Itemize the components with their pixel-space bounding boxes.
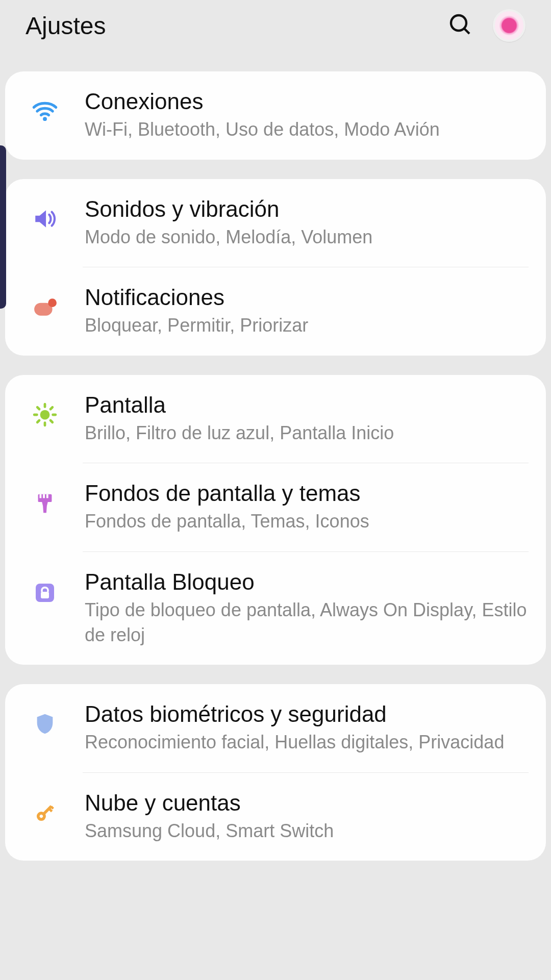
settings-card: Pantalla Brillo, Filtro de luz azul, Pan…	[5, 375, 546, 665]
settings-item-title: Pantalla	[85, 392, 531, 418]
settings-item-title: Notificaciones	[85, 285, 531, 310]
svg-line-11	[51, 420, 53, 422]
settings-card: Sonidos y vibración Modo de sonido, Melo…	[5, 179, 546, 356]
settings-item-title: Conexiones	[85, 89, 531, 114]
notification-badge-icon	[31, 293, 59, 321]
svg-line-12	[37, 420, 39, 422]
settings-item-title: Sonidos y vibración	[85, 196, 531, 222]
settings-item-lockscreen[interactable]: Pantalla Bloqueo Tipo de bloqueo de pant…	[5, 552, 546, 665]
settings-content: Conexiones Wi-Fi, Bluetooth, Uso de dato…	[0, 51, 551, 861]
header-actions	[448, 9, 525, 42]
svg-line-10	[37, 407, 39, 409]
settings-item-subtitle: Reconocimiento facial, Huellas digitales…	[85, 730, 531, 755]
settings-item-title: Datos biométricos y seguridad	[85, 701, 531, 727]
shield-icon	[31, 710, 59, 738]
svg-line-1	[464, 29, 469, 34]
settings-item-subtitle: Samsung Cloud, Smart Switch	[85, 819, 531, 844]
settings-item-subtitle: Fondos de pantalla, Temas, Iconos	[85, 509, 531, 534]
brightness-icon	[31, 400, 59, 429]
settings-item-subtitle: Wi-Fi, Bluetooth, Uso de datos, Modo Avi…	[85, 117, 531, 142]
wifi-icon	[31, 97, 59, 125]
svg-point-4	[48, 299, 57, 308]
settings-item-title: Pantalla Bloqueo	[85, 569, 531, 595]
svg-point-5	[40, 410, 50, 419]
svg-line-13	[51, 407, 53, 409]
settings-item-display[interactable]: Pantalla Brillo, Filtro de luz azul, Pan…	[5, 375, 546, 463]
svg-point-0	[451, 15, 466, 31]
paintbrush-icon	[31, 489, 59, 517]
settings-item-subtitle: Modo de sonido, Melodía, Volumen	[85, 225, 531, 250]
settings-item-notifications[interactable]: Notificaciones Bloquear, Permitir, Prior…	[5, 267, 546, 356]
search-icon[interactable]	[448, 12, 472, 39]
settings-item-sounds[interactable]: Sonidos y vibración Modo de sonido, Melo…	[5, 179, 546, 267]
settings-card: Conexiones Wi-Fi, Bluetooth, Uso de dato…	[5, 71, 546, 160]
speaker-icon	[31, 205, 59, 233]
svg-rect-15	[39, 494, 41, 498]
settings-card: Datos biométricos y seguridad Reconocimi…	[5, 684, 546, 861]
svg-point-2	[43, 117, 47, 121]
settings-item-subtitle: Brillo, Filtro de luz azul, Pantalla Ini…	[85, 421, 531, 446]
header: Ajustes	[0, 0, 551, 51]
profile-avatar[interactable]	[493, 9, 525, 42]
svg-rect-17	[46, 494, 48, 498]
svg-rect-16	[43, 494, 45, 498]
settings-item-biometrics[interactable]: Datos biométricos y seguridad Reconocimi…	[5, 684, 546, 772]
settings-item-subtitle: Tipo de bloqueo de pantalla, Always On D…	[85, 598, 531, 647]
settings-item-wallpapers[interactable]: Fondos de pantalla y temas Fondos de pan…	[5, 463, 546, 551]
settings-item-title: Fondos de pantalla y temas	[85, 481, 531, 506]
settings-item-connections[interactable]: Conexiones Wi-Fi, Bluetooth, Uso de dato…	[5, 71, 546, 160]
key-icon	[31, 798, 59, 827]
page-title: Ajustes	[26, 12, 106, 40]
lock-icon	[31, 577, 59, 606]
settings-item-title: Nube y cuentas	[85, 790, 531, 816]
side-edge-handle[interactable]	[0, 145, 6, 309]
svg-rect-19	[41, 592, 49, 598]
settings-item-subtitle: Bloquear, Permitir, Priorizar	[85, 313, 531, 338]
settings-item-cloud[interactable]: Nube y cuentas Samsung Cloud, Smart Swit…	[5, 773, 546, 861]
